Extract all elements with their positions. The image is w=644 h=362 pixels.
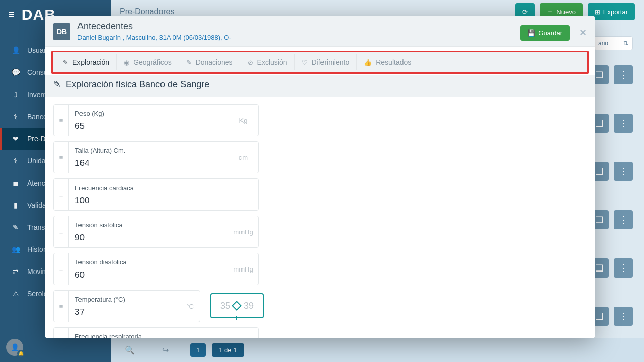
tab-icon: ◉	[124, 59, 129, 66]
sidebar-item-icon: 👥	[11, 245, 20, 253]
page-title: Pre-Donadores	[120, 7, 175, 16]
section-title-row: ✎ Exploración física Banco de Sangre	[45, 75, 595, 97]
modal-tab[interactable]: ✎Donaciones	[179, 54, 240, 70]
field-label: Peso (Kg)	[75, 110, 222, 117]
sidebar-item-icon: 💬	[11, 68, 20, 76]
field-label: Frecuencia respiratoria	[75, 333, 252, 338]
row-action-menu[interactable]: ⋮	[614, 307, 633, 326]
save-icon: 💾	[527, 29, 535, 37]
list-row-actions-column: ❏⋮ ❏⋮ ❏⋮ ❏⋮ ❏⋮ ❏⋮	[590, 65, 633, 326]
field-unit: cm	[228, 142, 258, 173]
form-field[interactable]: ≡Temperatura (°C)37°C	[53, 290, 200, 322]
drag-handle-icon[interactable]: ≡	[54, 105, 69, 136]
pagination-current[interactable]: 1	[190, 343, 206, 357]
modal-header: DB Antecedentes Daniel Bugarín , Masculi…	[45, 16, 595, 47]
new-button-label: Nuevo	[556, 8, 576, 16]
field-value[interactable]: 164	[75, 158, 222, 168]
row-action-menu[interactable]: ⋮	[614, 162, 633, 181]
field-label: Tensión sistólica	[75, 221, 222, 229]
form-field[interactable]: ≡Frecuencia respiratoria45	[53, 327, 259, 338]
field-label: Temperatura (°C)	[75, 296, 174, 303]
close-icon[interactable]: ✕	[579, 27, 587, 38]
drag-handle-icon[interactable]: ≡	[54, 291, 69, 322]
modal-tab[interactable]: ⊘Exclusión	[240, 54, 295, 70]
tab-label: Geográficos	[133, 58, 171, 66]
field-value[interactable]: 60	[75, 270, 222, 280]
row-action-menu[interactable]: ⋮	[614, 258, 633, 278]
form-field[interactable]: ≡Peso (Kg)65Kg	[53, 104, 259, 136]
avatar[interactable]: 👤 🔔	[6, 339, 23, 356]
patient-summary[interactable]: Daniel Bugarín , Masculino, 31A 0M (06/0…	[77, 34, 231, 41]
modal-tab[interactable]: ♡Diferimiento	[295, 54, 357, 70]
page-footer: 🔍 ↪ 1 1 de 1	[111, 338, 644, 362]
drag-handle-icon[interactable]: ≡	[54, 179, 69, 210]
user-icon: 👤	[11, 343, 19, 351]
sidebar-item-icon: ▮	[11, 201, 20, 209]
section-icon: ✎	[53, 79, 61, 90]
sidebar-item-label: Transf	[27, 223, 47, 231]
sidebar-item-icon: ❤	[11, 135, 20, 143]
tab-icon: ⊘	[248, 59, 253, 66]
field-row: ≡Peso (Kg)65Kg	[53, 104, 587, 141]
field-row: ≡Tensión sistólica90mmHg	[53, 216, 587, 253]
row-action-menu[interactable]: ⋮	[614, 65, 633, 84]
modal-tab[interactable]: ✎Exploración	[56, 54, 117, 70]
field-unit: mmHg	[228, 216, 258, 247]
search-icon[interactable]: 🔍	[120, 345, 140, 355]
export-icon: ⊞	[595, 8, 600, 16]
tab-icon: 👍	[364, 59, 372, 66]
field-row: ≡Temperatura (°C)37°C3539	[53, 290, 587, 327]
tab-icon: ✎	[186, 59, 192, 66]
chevron-updown-icon: ⇅	[623, 40, 628, 47]
patient-initials: DB	[53, 23, 70, 40]
filter-dropdown[interactable]: ario ⇅	[594, 36, 633, 50]
antecedentes-modal: DB Antecedentes Daniel Bugarín , Masculi…	[45, 16, 595, 338]
sidebar-item-label: Histori	[27, 245, 47, 253]
tab-label: Resultados	[376, 58, 411, 66]
drag-handle-icon[interactable]: ≡	[54, 142, 69, 173]
range-indicator: 3539	[210, 293, 264, 318]
form-field[interactable]: ≡Frecuencia cardiaca100	[53, 178, 259, 211]
field-unit: Kg	[228, 105, 258, 136]
range-low: 35	[220, 301, 230, 311]
sidebar-item-icon: ⚠	[11, 290, 20, 298]
tab-label: Diferimiento	[312, 58, 350, 66]
tab-label: Donaciones	[196, 58, 233, 66]
save-button-label: Guardar	[538, 29, 562, 37]
field-row: ≡Talla (Altura) Cm.164cm	[53, 141, 587, 178]
pagination-label: 1 de 1	[212, 343, 244, 357]
field-value[interactable]: 65	[75, 121, 222, 131]
field-value[interactable]: 100	[75, 196, 252, 206]
tab-label: Exclusión	[257, 58, 287, 66]
sidebar-item-icon: ≣	[11, 179, 20, 187]
field-label: Tensión diastólica	[75, 258, 222, 266]
sidebar-item-icon: 👤	[11, 46, 20, 54]
plus-icon: ＋	[547, 7, 553, 16]
form-field[interactable]: ≡Talla (Altura) Cm.164cm	[53, 141, 259, 173]
row-action-menu[interactable]: ⋮	[614, 114, 633, 133]
row-action-menu[interactable]: ⋮	[614, 210, 633, 229]
modal-tab[interactable]: ◉Geográficos	[117, 54, 179, 70]
drag-handle-icon[interactable]: ≡	[54, 216, 69, 247]
field-row: ≡Frecuencia respiratoria45	[53, 327, 587, 338]
sidebar-item-icon: ⚕	[11, 113, 20, 121]
sidebar-item-icon: ⚕	[11, 157, 20, 165]
modal-body[interactable]: ≡Peso (Kg)65Kg≡Talla (Altura) Cm.164cm≡F…	[45, 97, 595, 338]
drag-handle-icon[interactable]: ≡	[54, 253, 69, 285]
sidebar-item-label: Unida	[27, 157, 46, 165]
sidebar-item-icon: ⇄	[11, 267, 20, 276]
range-tick	[236, 316, 237, 320]
form-field[interactable]: ≡Tensión sistólica90mmHg	[53, 216, 259, 248]
exit-icon[interactable]: ↪	[155, 345, 175, 355]
field-value[interactable]: 37	[75, 307, 174, 317]
field-value[interactable]: 90	[75, 233, 222, 243]
field-label: Frecuencia cardiaca	[75, 184, 252, 192]
sidebar-item-label: Serolo	[27, 290, 47, 298]
modal-tab[interactable]: 👍Resultados	[357, 54, 418, 70]
drag-handle-icon[interactable]: ≡	[54, 328, 69, 338]
pagination: 1 1 de 1	[190, 343, 244, 357]
modal-tabs: ✎Exploración◉Geográficos✎Donaciones⊘Excl…	[56, 54, 584, 70]
save-button[interactable]: 💾 Guardar	[520, 25, 570, 41]
form-field[interactable]: ≡Tensión diastólica60mmHg	[53, 253, 259, 285]
menu-icon[interactable]: ≡	[8, 9, 15, 20]
